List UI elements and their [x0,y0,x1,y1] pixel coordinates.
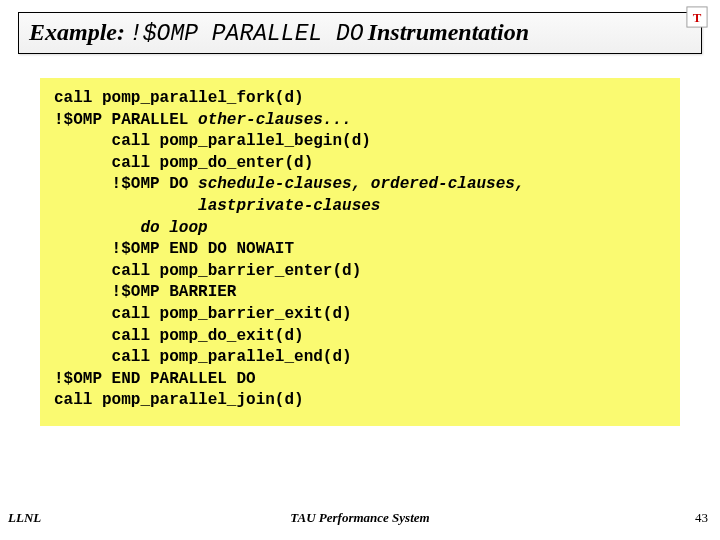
code-line: call pomp_do_exit(d) [54,327,304,345]
code-line: call pomp_barrier_enter(d) [54,262,361,280]
code-line-italic: schedule-clauses, ordered-clauses, [198,175,524,193]
code-line-italic: lastprivate-clauses [54,197,380,215]
code-line: !$OMP DO [54,175,198,193]
code-line: !$OMP END DO NOWAIT [54,240,294,258]
code-line: call pomp_parallel_fork(d) [54,89,304,107]
code-line-italic: do loop [54,219,208,237]
code-line: !$OMP BARRIER [54,283,236,301]
code-line: call pomp_do_enter(d) [54,154,313,172]
code-line: call pomp_parallel_end(d) [54,348,352,366]
title-suffix: Instrumentation [368,19,529,45]
code-line-italic: other-clauses... [198,111,352,129]
slide-title-bar: Example: !$OMP PARALLEL DO Instrumentati… [18,12,702,54]
tau-logo-icon: T [686,6,708,28]
footer-page-number: 43 [695,510,708,526]
title-mono: !$OMP PARALLEL DO [129,21,364,47]
code-line: !$OMP PARALLEL [54,111,198,129]
code-line: call pomp_barrier_exit(d) [54,305,352,323]
footer-center: TAU Performance System [0,510,720,526]
svg-text:T: T [693,11,702,25]
title-prefix: Example: [29,19,125,45]
code-line: call pomp_parallel_join(d) [54,391,304,409]
code-line: call pomp_parallel_begin(d) [54,132,371,150]
code-block: call pomp_parallel_fork(d) !$OMP PARALLE… [40,78,680,426]
code-line: !$OMP END PARALLEL DO [54,370,256,388]
